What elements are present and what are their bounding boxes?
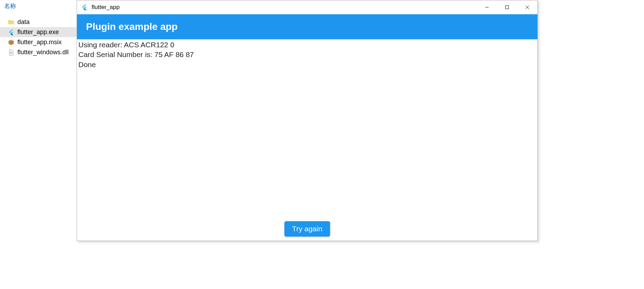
titlebar[interactable]: flutter_app [77,0,537,14]
minimize-button[interactable] [477,0,497,14]
flutter-icon [8,29,15,36]
window-title: flutter_app [92,4,477,11]
app-window: flutter_app Plugin example app Using rea… [77,0,538,241]
flutter-icon [80,3,88,11]
explorer-column-header[interactable]: 名称 [0,1,77,13]
maximize-button[interactable] [497,0,517,14]
file-name: data [17,18,30,26]
body-text: Using reader: ACS ACR122 0Card Serial Nu… [78,40,537,70]
file-item[interactable]: flutter_app.exe [0,27,77,37]
folder-icon [8,19,15,26]
svg-rect-3 [506,6,509,9]
dll-icon [8,49,15,56]
package-icon [8,39,15,46]
file-name: flutter_app.msix [17,39,62,46]
file-item[interactable]: flutter_app.msix [0,37,77,47]
app-body: Using reader: ACS ACR122 0Card Serial Nu… [77,39,537,241]
app-title: Plugin example app [77,14,537,39]
try-again-button[interactable]: Try again [285,221,330,236]
output-line: Card Serial Number is: 75 AF 86 87 [78,50,537,59]
file-name: flutter_app.exe [17,29,59,36]
close-button[interactable] [517,0,537,14]
file-item[interactable]: data [0,17,77,27]
svg-point-1 [11,52,11,53]
output-line: Using reader: ACS ACR122 0 [78,40,537,50]
file-list: dataflutter_app.exeflutter_app.msixflutt… [0,17,77,57]
output-line: Done [78,60,537,70]
file-name: flutter_windows.dll [17,49,69,56]
explorer-panel: 名称 dataflutter_app.exeflutter_app.msixfl… [0,0,77,289]
file-item[interactable]: flutter_windows.dll [0,47,77,57]
